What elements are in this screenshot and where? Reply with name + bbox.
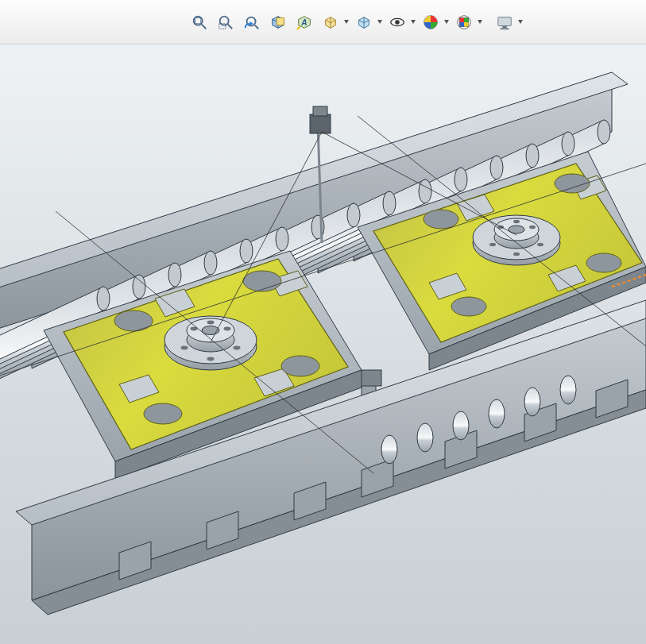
- svg-point-46: [347, 203, 360, 227]
- svg-point-38: [490, 156, 503, 179]
- hide-show-button[interactable]: [385, 10, 409, 34]
- svg-marker-24: [478, 20, 482, 24]
- svg-point-123: [560, 376, 576, 404]
- svg-point-58: [133, 275, 145, 299]
- svg-line-1: [202, 24, 207, 29]
- svg-point-82: [529, 226, 536, 229]
- svg-point-103: [234, 346, 241, 350]
- svg-point-120: [453, 411, 469, 440]
- svg-point-78: [537, 243, 543, 246]
- view-settings-button[interactable]: [493, 10, 516, 34]
- svg-rect-26: [502, 25, 507, 28]
- svg-marker-15: [411, 20, 416, 24]
- svg-rect-20: [460, 17, 465, 22]
- svg-point-104: [207, 357, 215, 361]
- svg-point-122: [524, 388, 540, 416]
- section-view-icon: [269, 13, 287, 31]
- apply-scene-button[interactable]: [452, 10, 476, 34]
- svg-marker-28: [518, 20, 523, 24]
- svg-marker-11: [344, 20, 349, 24]
- svg-point-54: [204, 251, 217, 275]
- svg-rect-9: [277, 17, 284, 25]
- svg-point-14: [395, 20, 400, 25]
- view-orientation-icon: [322, 13, 339, 31]
- svg-point-105: [207, 321, 215, 325]
- svg-point-42: [419, 179, 431, 203]
- view-orientation-button[interactable]: [319, 10, 342, 34]
- display-style-button[interactable]: [352, 10, 376, 34]
- svg-point-93: [114, 310, 153, 331]
- hide-show-icon: [389, 13, 406, 31]
- svg-point-79: [513, 253, 520, 256]
- zoom-to-fit-icon: [191, 13, 208, 31]
- apply-scene-icon: [455, 13, 473, 31]
- dynamic-annotation-icon: A: [296, 13, 313, 31]
- zoom-to-fit-button[interactable]: [188, 10, 211, 34]
- svg-point-107: [224, 327, 231, 331]
- svg-point-121: [489, 399, 505, 428]
- svg-point-94: [243, 271, 281, 291]
- zoom-area-button[interactable]: [214, 10, 238, 34]
- svg-point-95: [281, 356, 319, 376]
- svg-point-71: [451, 297, 486, 316]
- svg-text:A: A: [300, 17, 307, 26]
- display-style-icon: [355, 13, 373, 31]
- svg-point-69: [555, 174, 590, 193]
- svg-marker-17: [444, 20, 449, 24]
- svg-point-44: [383, 191, 396, 215]
- previous-view-button[interactable]: [240, 10, 264, 34]
- svg-point-119: [417, 423, 433, 452]
- svg-point-52: [240, 239, 253, 263]
- apply-scene-dropdown[interactable]: [477, 20, 483, 25]
- svg-point-32: [598, 120, 610, 144]
- svg-point-80: [513, 220, 520, 223]
- svg-point-40: [455, 168, 467, 191]
- svg-point-96: [144, 403, 182, 424]
- svg-rect-25: [498, 17, 512, 25]
- svg-point-36: [526, 144, 539, 168]
- conveyor-assembly-model: [0, 44, 646, 644]
- svg-point-70: [586, 253, 621, 272]
- edit-appearance-icon: [422, 13, 439, 31]
- svg-rect-21: [464, 17, 469, 22]
- zoom-area-icon: [217, 13, 234, 31]
- svg-rect-2: [195, 17, 201, 23]
- svg-marker-12: [377, 20, 382, 24]
- svg-line-4: [228, 24, 233, 29]
- edit-appearance-dropdown[interactable]: [443, 20, 450, 25]
- svg-point-118: [381, 435, 397, 464]
- dynamic-annotation-button[interactable]: A: [292, 10, 316, 34]
- svg-rect-126: [313, 106, 327, 116]
- display-style-dropdown[interactable]: [377, 20, 383, 25]
- previous-view-icon: [243, 13, 261, 31]
- section-view-button[interactable]: [266, 10, 290, 34]
- svg-point-50: [276, 227, 288, 251]
- view-orientation-dropdown[interactable]: [343, 20, 350, 25]
- edit-appearance-button[interactable]: [419, 10, 443, 34]
- view-settings-dropdown[interactable]: [517, 20, 524, 25]
- svg-rect-23: [464, 22, 469, 27]
- svg-point-56: [168, 263, 181, 287]
- svg-point-60: [97, 287, 110, 310]
- svg-rect-125: [310, 114, 331, 133]
- svg-point-68: [424, 210, 458, 229]
- svg-point-102: [181, 346, 188, 350]
- svg-point-77: [489, 243, 496, 246]
- hide-show-dropdown[interactable]: [410, 20, 416, 25]
- graphics-viewport[interactable]: [0, 44, 646, 644]
- svg-line-7: [255, 25, 259, 29]
- svg-point-34: [562, 132, 574, 156]
- view-settings-icon: [496, 13, 513, 31]
- heads-up-view-toolbar: A: [0, 0, 646, 44]
- svg-rect-22: [460, 22, 465, 27]
